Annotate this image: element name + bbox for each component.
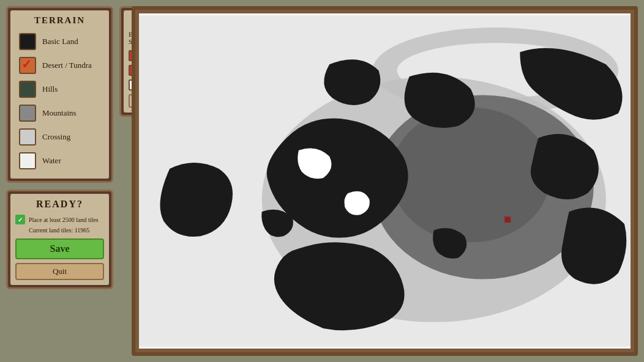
terrain-swatch-basic-land <box>19 33 36 50</box>
terrain-panel: Terrain Basic LandDesert / TundraHillsMo… <box>6 6 113 183</box>
terrain-label-crossing: Crossing <box>42 132 70 142</box>
terrain-item-water[interactable]: Water <box>15 150 104 172</box>
save-button[interactable]: Save <box>15 238 104 259</box>
terrain-item-crossing[interactable]: Crossing <box>15 126 104 148</box>
terrain-item-mountains[interactable]: Mountains <box>15 102 104 124</box>
terrain-item-hills[interactable]: Hills <box>15 78 104 100</box>
ready-title: Ready? <box>15 199 104 210</box>
map-canvas[interactable] <box>139 13 631 349</box>
ready-check-text: Place at least 2500 land tiles <box>29 216 99 224</box>
terrain-label-water: Water <box>42 156 61 166</box>
terrain-items-list: Basic LandDesert / TundraHillsMountainsC… <box>15 31 104 172</box>
terrain-label-desert-tundra: Desert / Tundra <box>42 61 92 70</box>
quit-button[interactable]: Quit <box>15 263 104 280</box>
terrain-swatch-water <box>19 152 36 169</box>
map-area[interactable] <box>132 6 638 356</box>
current-tiles: Current land tiles: 11965 <box>29 227 104 234</box>
terrain-swatch-mountains <box>19 105 36 122</box>
map-svg <box>139 13 631 349</box>
terrain-label-mountains: Mountains <box>42 108 77 118</box>
ready-check-row: ✓ Place at least 2500 land tiles <box>15 215 104 224</box>
terrain-title: Terrain <box>15 15 104 26</box>
svg-rect-6 <box>504 216 511 223</box>
svg-point-5 <box>391 108 551 243</box>
terrain-item-desert-tundra[interactable]: Desert / Tundra <box>15 54 104 76</box>
ready-check-icon: ✓ <box>15 215 25 224</box>
terrain-swatch-crossing <box>19 128 36 146</box>
ready-panel: Ready? ✓ Place at least 2500 land tiles … <box>6 190 113 289</box>
terrain-item-basic-land[interactable]: Basic Land <box>15 31 104 53</box>
terrain-label-basic-land: Basic Land <box>42 37 78 46</box>
terrain-swatch-desert-tundra <box>19 57 36 74</box>
terrain-label-hills: Hills <box>42 84 58 94</box>
terrain-swatch-hills <box>19 81 36 98</box>
